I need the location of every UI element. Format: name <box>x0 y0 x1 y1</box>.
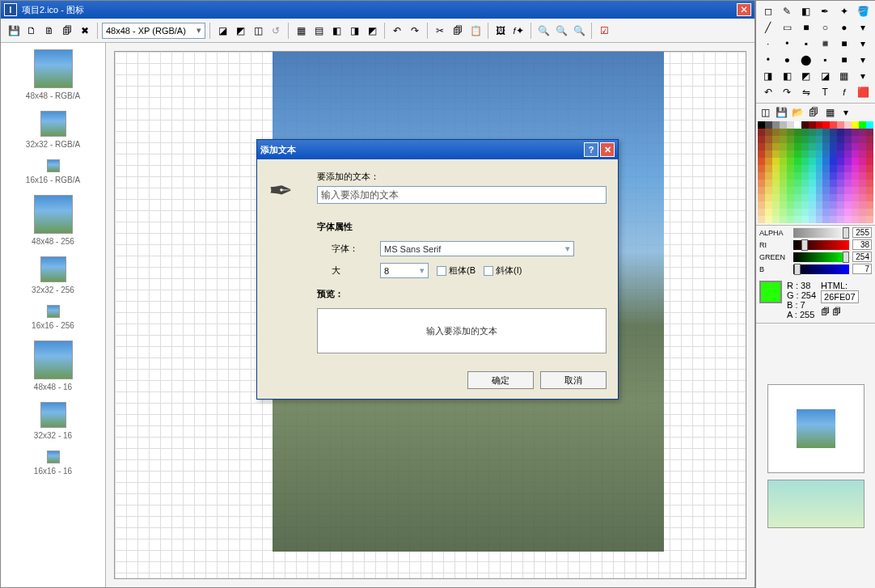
circle-m-icon[interactable]: ● <box>779 53 797 67</box>
more-tool-icon[interactable]: ▾ <box>855 20 873 35</box>
square-m-icon[interactable]: ◾ <box>817 36 835 51</box>
window-title: 项目2.ico - 图标 <box>22 4 84 16</box>
text-tool-icon[interactable]: T <box>817 85 835 99</box>
pal-save-icon[interactable]: 💾 <box>774 105 788 120</box>
red-slider[interactable] <box>793 240 849 250</box>
wand-tool-icon[interactable]: ✦ <box>835 4 853 19</box>
side-item[interactable]: 48x48 - RGB/A <box>1 43 105 104</box>
ellipse-tool-icon[interactable]: ○ <box>817 20 835 35</box>
dialog-titlebar[interactable]: 添加文本 ? ✕ <box>257 140 618 159</box>
grad-a-icon[interactable]: ◨ <box>759 69 777 83</box>
ok-button[interactable]: 确定 <box>467 371 534 389</box>
export-icon[interactable]: 🗐 <box>59 23 75 39</box>
pal-open-icon[interactable]: 📂 <box>790 105 805 120</box>
grid-d-icon[interactable]: ◨ <box>346 23 362 39</box>
fellipse-tool-icon[interactable]: ● <box>835 20 853 35</box>
dot-m-icon[interactable]: • <box>779 36 797 51</box>
dialog-help-button[interactable]: ? <box>584 142 598 157</box>
cancel-button[interactable]: 取消 <box>540 371 607 389</box>
zoom-in-icon[interactable]: 🔍 <box>553 23 569 39</box>
circle-s-icon[interactable]: • <box>759 53 777 67</box>
ad-banner[interactable] <box>767 480 864 528</box>
window-close-button[interactable]: ✕ <box>737 3 751 16</box>
pencil-tool-icon[interactable]: ✎ <box>779 4 797 19</box>
side-item[interactable]: 16x16 - 16 <box>1 444 105 480</box>
new-icon[interactable]: 🗋 <box>23 23 40 39</box>
pal-new-icon[interactable]: ◫ <box>758 105 772 120</box>
html-color-field[interactable]: 26FE07 <box>821 290 859 303</box>
fill-tool-icon[interactable]: 🪣 <box>855 4 873 19</box>
side-item[interactable]: 32x32 - RGB/A <box>1 104 105 153</box>
copy-icon[interactable]: 🗐 <box>450 23 466 39</box>
undo-icon[interactable]: ↶ <box>389 23 405 39</box>
fx-icon[interactable]: f✦ <box>510 23 526 39</box>
square-s-icon[interactable]: ▪ <box>797 36 815 51</box>
blue-slider[interactable] <box>793 264 849 274</box>
rot-r-icon[interactable]: ↷ <box>779 85 797 99</box>
select-tool-icon[interactable]: ◻ <box>759 4 777 19</box>
grid-c-icon[interactable]: ◧ <box>328 23 345 39</box>
grid-a-icon[interactable]: ▦ <box>293 23 309 39</box>
more4-icon[interactable]: ▾ <box>855 69 873 83</box>
text-input[interactable] <box>317 186 607 204</box>
more2-icon[interactable]: ▾ <box>855 36 873 51</box>
check-icon[interactable]: ☑ <box>596 23 612 39</box>
side-item[interactable]: 48x48 - 16 <box>1 334 105 396</box>
pal-drop-icon[interactable]: ▾ <box>839 105 853 120</box>
save-icon[interactable]: 💾 <box>6 23 22 39</box>
zoom-out-icon[interactable]: 🔍 <box>571 23 587 39</box>
line-tool-icon[interactable]: ╱ <box>759 20 777 35</box>
square-l-icon[interactable]: ■ <box>835 36 853 51</box>
frect-tool-icon[interactable]: ■ <box>797 20 815 35</box>
color-palette[interactable] <box>758 121 873 223</box>
bold-checkbox[interactable]: 粗体(B <box>437 264 476 277</box>
pal-grid-icon[interactable]: ▦ <box>822 105 837 120</box>
pen-icon: ✒ <box>268 174 317 208</box>
alpha-slider[interactable] <box>793 228 849 238</box>
current-color[interactable] <box>759 281 782 303</box>
italic-checkbox[interactable]: 斜体(I) <box>484 264 522 277</box>
tool-b[interactable]: ◩ <box>232 23 248 39</box>
grad-b-icon[interactable]: ◧ <box>779 69 797 83</box>
fx2-icon[interactable]: f <box>835 85 853 99</box>
cut-icon[interactable]: ✂ <box>432 23 448 39</box>
size-select[interactable]: 8▾ <box>380 263 429 278</box>
grad-d-icon[interactable]: ◪ <box>817 69 835 83</box>
delete-icon[interactable]: ✖ <box>77 23 93 39</box>
dot-s-icon[interactable]: · <box>759 36 777 51</box>
app-icon: I <box>4 3 17 16</box>
rot-l-icon[interactable]: ↶ <box>759 85 777 99</box>
checker-icon[interactable]: ◩ <box>364 23 380 39</box>
tool-c[interactable]: ◫ <box>250 23 266 39</box>
image-icon[interactable]: 🖼 <box>492 23 509 39</box>
side-item[interactable]: 48x48 - 256 <box>1 188 105 250</box>
grad-e-icon[interactable]: ▦ <box>835 69 853 83</box>
import-icon[interactable]: 🗎 <box>41 23 57 39</box>
flip-icon[interactable]: ⇋ <box>797 85 815 99</box>
side-item[interactable]: 16x16 - 256 <box>1 298 105 334</box>
rect-tool-icon[interactable]: ▭ <box>779 20 797 35</box>
circle-l-icon[interactable]: ⬤ <box>797 53 815 67</box>
eraser-tool-icon[interactable]: ◧ <box>797 4 815 19</box>
green-slider[interactable] <box>793 252 849 262</box>
sq2-l-icon[interactable]: ■ <box>835 53 853 67</box>
format-sidebar: 48x48 - RGB/A 32x32 - RGB/A 16x16 - RGB/… <box>1 43 106 587</box>
redo-icon[interactable]: ↷ <box>407 23 423 39</box>
dialog-close-button[interactable]: ✕ <box>600 142 615 157</box>
side-item[interactable]: 32x32 - 256 <box>1 250 105 298</box>
side-item[interactable]: 16x16 - RGB/A <box>1 153 105 188</box>
sq2-s-icon[interactable]: ▪ <box>817 53 835 67</box>
more3-icon[interactable]: ▾ <box>855 53 873 67</box>
brush-tool-icon[interactable]: ✒ <box>817 4 835 19</box>
color-icon[interactable]: 🟥 <box>855 85 873 99</box>
grid-b-icon[interactable]: ▤ <box>311 23 327 39</box>
side-item[interactable]: 32x32 - 16 <box>1 396 105 444</box>
grad-c-icon[interactable]: ◩ <box>797 69 815 83</box>
font-select[interactable]: MS Sans Serif▾ <box>380 241 574 256</box>
pal-copy-icon[interactable]: 🗐 <box>806 105 821 120</box>
zoom-icon[interactable]: 🔍 <box>535 23 552 39</box>
format-select[interactable]: 48x48 - XP (RGB/A)▾ <box>102 23 205 39</box>
tool-d[interactable]: ↺ <box>268 23 284 39</box>
tool-a[interactable]: ◪ <box>214 23 230 39</box>
paste-icon[interactable]: 📋 <box>467 23 484 39</box>
